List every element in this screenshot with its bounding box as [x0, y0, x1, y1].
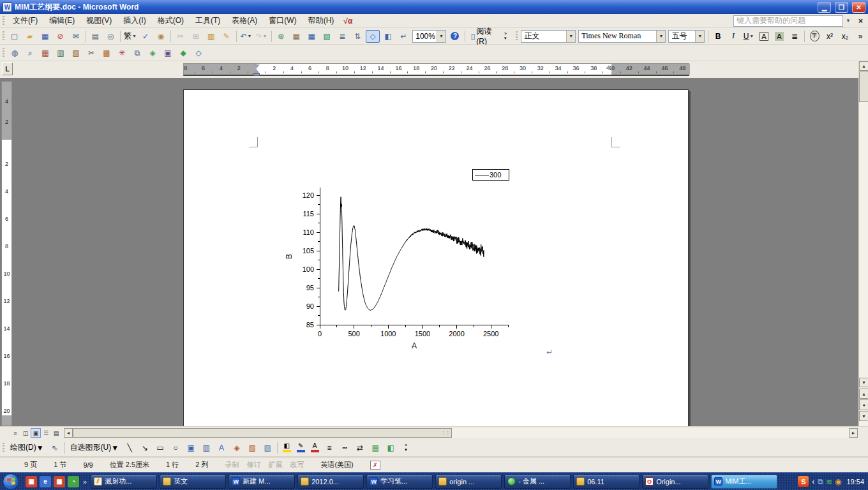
cut-icon[interactable]: ✂ [174, 30, 188, 43]
equation-tool-icon[interactable]: √α [340, 17, 356, 26]
menu-item-7[interactable]: 表格(A) [226, 13, 263, 28]
underline-button[interactable]: U▼ [742, 30, 756, 43]
taskbar-button-7[interactable]: - 金属 ... [504, 475, 571, 489]
vertical-scrollbar[interactable]: ▲ ▼ ▲ ● ▼ [858, 61, 868, 426]
redo-icon[interactable]: ↷▼ [255, 30, 269, 43]
view-normal-button[interactable]: ≡ [10, 428, 20, 438]
custom-tool-3-icon[interactable]: ▦ [38, 47, 52, 59]
taskbar-button-9[interactable]: OOrigin... [642, 475, 708, 489]
insert-table-icon[interactable]: ▦ [304, 30, 318, 43]
custom-tool-7-icon[interactable]: ▩ [100, 47, 114, 59]
status-language[interactable]: 英语(美国) [320, 460, 353, 470]
custom-tool-11-icon[interactable]: ▣ [161, 47, 175, 59]
arrow-icon[interactable]: ↘ [138, 442, 152, 454]
research-icon[interactable]: ◉ [154, 30, 168, 43]
menu-item-1[interactable]: 文件(F) [7, 13, 43, 28]
quicklaunch-icon-2[interactable]: e [40, 476, 51, 487]
horizontal-scrollbar[interactable]: ◄ ⋮⋮ ► [64, 428, 858, 438]
taskbar-button-1[interactable]: ⫽溅射功... [91, 475, 157, 489]
document-page[interactable]: 8590951001051101151200500100015002000250… [183, 89, 689, 426]
wordart-icon[interactable]: A [214, 442, 228, 454]
custom-tool-1-icon[interactable]: ◍ [8, 47, 22, 59]
line-color-button[interactable]: ✎ [294, 442, 308, 454]
quicklaunch-icon-4[interactable]: ◔ [68, 476, 79, 487]
document-map-icon[interactable]: ◧ [381, 30, 395, 43]
select-browse-object-icon[interactable]: ● [859, 399, 868, 410]
vertical-textbox-icon[interactable]: ▥ [199, 442, 213, 454]
tables-borders-icon[interactable]: ▦ [289, 30, 303, 43]
start-button[interactable] [3, 473, 19, 490]
embedded-chart[interactable]: 8590951001051101151200500100015002000250… [281, 181, 519, 357]
view-print-button[interactable]: ▣ [31, 428, 41, 438]
line-icon[interactable]: ╲ [123, 442, 137, 454]
picture-icon[interactable]: ▨ [260, 442, 274, 454]
status-mode-改写[interactable]: 改写 [290, 460, 304, 470]
view-outline-button[interactable]: ☰ [41, 428, 51, 438]
first-line-indent-marker[interactable] [253, 64, 260, 68]
help-question-input[interactable]: 键入需要帮助的问题 [733, 15, 843, 27]
restore-button[interactable]: ❐ [835, 2, 848, 13]
diagram-icon[interactable]: ◈ [230, 442, 244, 454]
print-preview-icon[interactable]: ◎ [103, 30, 117, 43]
custom-tool-4-icon[interactable]: ▥ [54, 47, 68, 59]
menu-item-6[interactable]: 工具(T) [190, 13, 226, 28]
drawing-toggle-icon[interactable]: ◇ [366, 30, 380, 43]
spelling-check-icon[interactable]: ✓ [138, 30, 153, 43]
quicklaunch-icon-3[interactable]: ▦ [54, 476, 65, 487]
custom-tool-6-icon[interactable]: ✂ [84, 47, 98, 59]
taskbar-button-2[interactable]: 英文 [160, 475, 226, 489]
enclose-char-button[interactable]: 字 [807, 30, 821, 43]
font-combo[interactable]: Times New Roman▼ [578, 30, 666, 43]
open-folder-icon[interactable]: ▰ [23, 30, 37, 43]
mail-recipient-icon[interactable]: ✉ [69, 30, 83, 43]
read-layout-button[interactable]: ▯阅读(R) [468, 30, 497, 43]
select-objects-icon[interactable]: ⇖ [48, 442, 62, 454]
shadow-style-icon[interactable]: ▦ [368, 442, 382, 454]
custom-tool-12-icon[interactable]: ◆ [176, 47, 190, 59]
textbox-icon[interactable]: ▣ [184, 442, 198, 454]
3d-style-icon[interactable]: ◧ [384, 442, 398, 454]
size-combo[interactable]: 五号▼ [668, 30, 705, 43]
tab-stop-selector[interactable]: L [2, 63, 13, 75]
char-border-button[interactable]: A [757, 30, 771, 43]
wireless-icon[interactable]: ≋ [826, 477, 832, 486]
arrow-style-icon[interactable]: ⇄ [353, 442, 367, 454]
scroll-up-icon[interactable]: ▲ [859, 61, 868, 71]
char-shading-button[interactable]: A [772, 30, 786, 43]
menu-item-8[interactable]: 窗口(W) [263, 13, 302, 28]
status-mode-扩展[interactable]: 扩展 [268, 460, 282, 470]
zoom-combo[interactable]: 100%▼ [412, 30, 446, 43]
bold-button[interactable]: B [711, 30, 725, 43]
oval-icon[interactable]: ○ [168, 442, 183, 454]
autoshapes-menu-button[interactable]: 自选图形(U)▼ [67, 442, 123, 454]
taskbar-button-5[interactable]: W学习笔... [366, 475, 433, 489]
rectangle-icon[interactable]: ▭ [153, 442, 167, 454]
status-mode-录制[interactable]: 录制 [225, 460, 239, 470]
toolbar-options-icon[interactable]: »▾ [399, 442, 413, 454]
italic-button[interactable]: I [726, 30, 740, 43]
clipart-icon[interactable]: ▧ [245, 442, 259, 454]
status-mode-修订[interactable]: 修订 [246, 460, 260, 470]
insert-hyperlink-icon[interactable]: ⊛ [274, 30, 288, 43]
standard-toolbar-handle[interactable] [2, 31, 5, 41]
fill-color-button[interactable]: ◧ [280, 442, 294, 454]
text-direction-icon[interactable]: ⇅ [350, 30, 364, 43]
distributed-button[interactable]: ≣ [788, 30, 802, 43]
next-page-icon[interactable]: ▼ [859, 411, 868, 421]
formatting-toolbar-handle[interactable] [515, 31, 518, 41]
previous-page-icon[interactable]: ▲ [859, 389, 868, 399]
dash-style-icon[interactable]: ┅ [338, 442, 352, 454]
font-color-button[interactable]: A [308, 442, 322, 454]
insert-excel-icon[interactable]: ▧ [320, 30, 334, 43]
sogou-tray-icon[interactable]: S [798, 476, 809, 487]
right-indent-marker[interactable] [606, 65, 612, 69]
undo-icon[interactable]: ↶▼ [239, 30, 253, 43]
print-icon[interactable]: ▤ [88, 30, 102, 43]
toolbar-more-button[interactable]: » [853, 30, 867, 43]
custom-tool-8-icon[interactable]: ✳ [115, 47, 129, 59]
menu-item-4[interactable]: 插入(I) [117, 13, 151, 28]
taskbar-button-3[interactable]: W新建 M... [228, 475, 295, 489]
superscript-button[interactable]: x² [823, 30, 837, 43]
minimize-button[interactable]: ▁ [818, 2, 831, 13]
scroll-right-icon[interactable]: ► [849, 428, 858, 438]
